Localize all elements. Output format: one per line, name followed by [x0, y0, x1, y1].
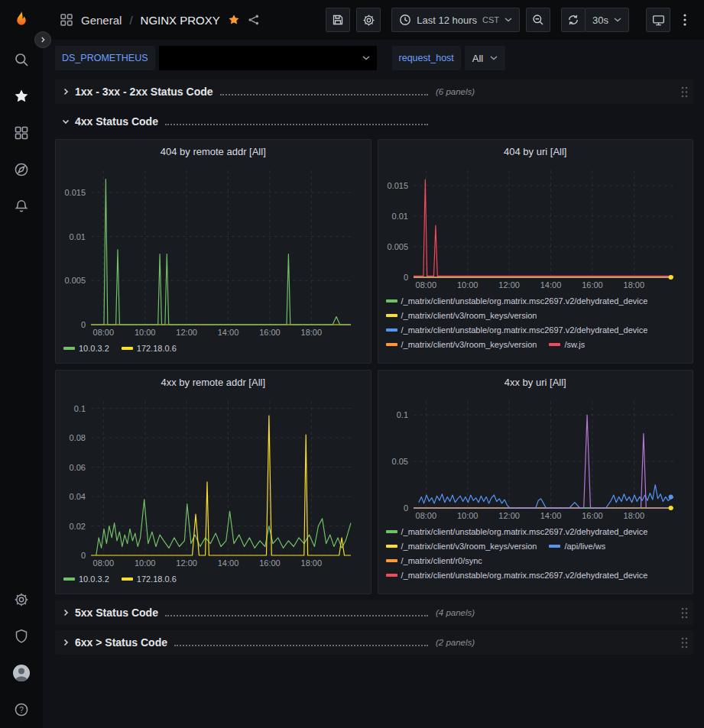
zoom-out-time-button[interactable] [526, 8, 550, 32]
expand-sidebar-button[interactable] [34, 31, 51, 48]
configuration-gear-icon[interactable] [0, 581, 43, 618]
row-dotted-leader [174, 645, 428, 646]
legend-swatch [386, 545, 397, 548]
svg-text:0: 0 [403, 273, 407, 282]
row-drag-handle[interactable] [681, 86, 690, 98]
help-icon[interactable]: ? [0, 691, 43, 728]
svg-text:0.01: 0.01 [391, 212, 407, 221]
legend-label: /_matrix/client/unstable/org.matrix.msc2… [401, 526, 648, 538]
row-title: 5xx Status Code [75, 607, 158, 619]
chevron-down-icon [504, 18, 512, 22]
panel-title[interactable]: 4xx by remote addr [All] [56, 370, 371, 393]
legend-swatch [63, 347, 75, 350]
legend-item[interactable]: /_matrix/client/unstable/org.matrix.msc2… [386, 569, 648, 581]
navbar-actions: Last 12 hours CST 30s [326, 8, 693, 32]
datasource-variable-label[interactable]: DS_PROMETHEUS [55, 46, 155, 70]
share-icon[interactable] [248, 14, 260, 26]
timeseries-chart[interactable]: 08:0010:0012:0014:0016:0018:0000.050.1 [378, 393, 693, 523]
chevron-down-icon [362, 56, 370, 60]
svg-text:12:00: 12:00 [176, 328, 197, 337]
row-title: 4xx Status Code [75, 115, 158, 128]
svg-text:18:00: 18:00 [623, 511, 644, 520]
request-host-variable-label[interactable]: request_host [392, 46, 461, 70]
chevron-right-icon [58, 638, 73, 647]
refresh-interval-select[interactable]: 30s [585, 8, 629, 32]
panel-404-by-remote-addr: 404 by remote addr [All] 08:0010:0012:00… [55, 139, 371, 364]
legend-item[interactable]: /_matrix/client/v3/room_keys/version [386, 309, 537, 322]
legend-label: /_matrix/client/v3/room_keys/version [401, 309, 537, 322]
row-title-area: 1xx - 3xx - 2xx Status Code [73, 86, 433, 98]
legend-label: 10.0.3.2 [79, 342, 109, 354]
svg-text:0.04: 0.04 [70, 492, 86, 501]
row-dotted-leader [165, 615, 428, 616]
row-header-6xx[interactable]: 6xx > Status Code (2 panels) [55, 630, 693, 655]
user-avatar[interactable] [0, 655, 43, 691]
breadcrumb-section[interactable]: General [81, 14, 122, 27]
row-drag-handle[interactable] [681, 607, 690, 619]
panel-title[interactable]: 404 by uri [All] [378, 140, 693, 163]
apps-grid-icon[interactable] [60, 13, 73, 27]
dashboard-settings-button[interactable] [356, 8, 381, 32]
svg-text:08:00: 08:00 [93, 328, 115, 337]
dashboards-icon[interactable] [0, 115, 43, 151]
legend-item[interactable]: /sw.js [549, 338, 585, 351]
dashboard-title: NGINX PROXY [141, 14, 220, 27]
row-title: 6xx > Status Code [75, 636, 167, 649]
panel-legend: /_matrix/client/unstable/org.matrix.msc2… [378, 293, 693, 363]
panel-4xx-by-remote-addr: 4xx by remote addr [All] 08:0010:0012:00… [55, 370, 371, 594]
svg-text:0.08: 0.08 [70, 433, 86, 442]
time-range-label: Last 12 hours [417, 15, 477, 26]
panel-title[interactable]: 404 by remote addr [All] [56, 140, 371, 163]
explore-compass-icon[interactable] [0, 151, 43, 188]
svg-text:?: ? [19, 706, 24, 714]
panel-title[interactable]: 4xx by uri [All] [378, 370, 693, 393]
dashboard-content: 1xx - 3xx - 2xx Status Code (6 panels) 4… [43, 73, 704, 728]
row-panel-count: (6 panels) [436, 87, 475, 96]
server-admin-shield-icon[interactable] [0, 618, 43, 655]
datasource-variable-select[interactable] [159, 46, 377, 70]
legend-item[interactable]: 10.0.3.2 [63, 342, 109, 354]
legend-label: /_matrix/client/r0/sync [401, 555, 482, 567]
row-drag-handle[interactable] [681, 637, 690, 649]
row-header-4xx[interactable]: 4xx Status Code [55, 109, 693, 134]
legend-item[interactable]: /_matrix/client/unstable/org.matrix.msc2… [386, 324, 648, 336]
starred-icon[interactable] [0, 78, 43, 115]
row-title-area: 6xx > Status Code [73, 636, 433, 649]
svg-text:10:00: 10:00 [135, 558, 156, 568]
legend-item[interactable]: 172.18.0.6 [122, 342, 177, 354]
svg-text:0: 0 [403, 503, 407, 513]
legend-swatch [386, 299, 397, 303]
legend-item[interactable]: /_matrix/client/r0/sync [386, 555, 482, 567]
legend-item[interactable]: 10.0.3.2 [63, 573, 109, 585]
legend-swatch [386, 343, 397, 346]
favorite-star-icon[interactable] [228, 14, 240, 26]
legend-swatch [549, 545, 560, 548]
save-dashboard-button[interactable] [326, 8, 350, 32]
legend-item[interactable]: /_matrix/client/v3/room_keys/version [386, 540, 537, 552]
gear-icon [362, 14, 375, 27]
timeseries-chart[interactable]: 08:0010:0012:0014:0016:0018:0000.020.040… [56, 393, 371, 571]
request-host-variable-select[interactable]: All [465, 46, 505, 70]
search-icon[interactable] [0, 41, 43, 78]
timeseries-chart[interactable]: 08:0010:0012:0014:0016:0018:0000.0050.01… [56, 163, 371, 340]
svg-text:16:00: 16:00 [259, 558, 281, 568]
legend-item[interactable]: /_matrix/client/unstable/org.matrix.msc2… [386, 295, 648, 307]
row-panel-count: (2 panels) [436, 638, 475, 647]
more-options-button[interactable] [676, 8, 693, 32]
legend-item[interactable]: /_matrix/client/unstable/org.matrix.msc2… [386, 526, 648, 538]
monitor-icon [652, 14, 665, 27]
panel-4xx-by-uri: 4xx by uri [All] 08:0010:0012:0014:0016:… [378, 370, 694, 594]
timeseries-chart[interactable]: 08:0010:0012:0014:0016:0018:0000.0050.01… [378, 163, 693, 293]
clock-icon [399, 14, 411, 26]
legend-item[interactable]: /_matrix/client/v3/room_keys/version [386, 338, 537, 351]
cycle-view-mode-button[interactable] [646, 8, 670, 32]
legend-item[interactable]: /api/live/ws [549, 540, 605, 552]
row-header-1xx-3xx-2xx[interactable]: 1xx - 3xx - 2xx Status Code (6 panels) [55, 79, 693, 104]
row-header-5xx[interactable]: 5xx Status Code (4 panels) [55, 600, 693, 625]
refresh-dashboard-button[interactable] [561, 8, 586, 32]
svg-text:0: 0 [81, 551, 86, 560]
legend-item[interactable]: 172.18.0.6 [122, 573, 177, 585]
svg-text:18:00: 18:00 [301, 558, 323, 568]
alerting-bell-icon[interactable] [0, 188, 43, 225]
time-range-picker[interactable]: Last 12 hours CST [391, 8, 520, 32]
